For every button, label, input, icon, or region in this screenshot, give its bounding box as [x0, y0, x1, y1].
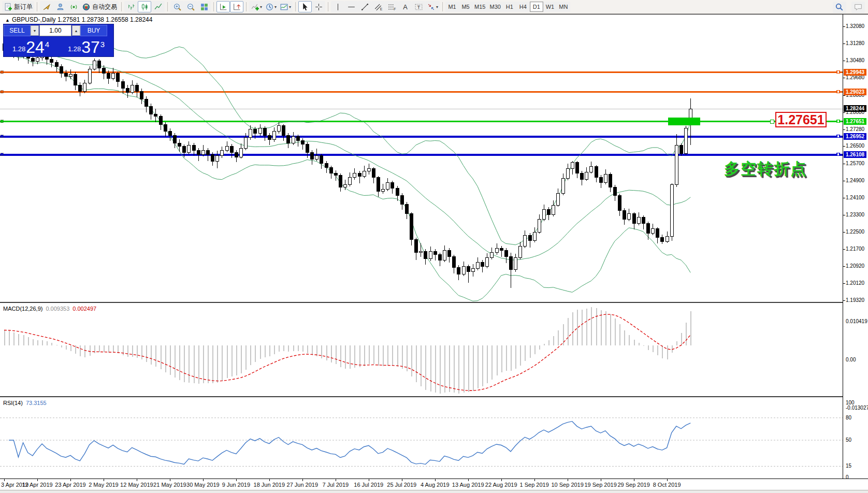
indicators-button[interactable]: ▾: [249, 1, 264, 12]
line-chart-icon: [154, 3, 163, 11]
signal-button[interactable]: [67, 1, 80, 12]
timeframe-w1-button[interactable]: W1: [543, 2, 557, 12]
buy-price-sup: 3: [100, 40, 105, 49]
time-tick: [4, 479, 5, 481]
volume-input[interactable]: [39, 25, 71, 36]
timeframe-m15-button[interactable]: M15: [472, 2, 487, 12]
gold-pointer-icon: [42, 3, 51, 11]
one-click-trading-panel: SELL ▼ ▲ BUY 1.28 24 4 1.28 37 3: [3, 24, 114, 57]
date-label: 19 Sep 2019: [584, 482, 616, 488]
dropdown-caret-icon[interactable]: ▾: [289, 5, 291, 9]
axis-tick: [843, 232, 845, 233]
dropdown-caret-icon[interactable]: ▾: [260, 5, 262, 9]
date-label: 16 Jul 2019: [354, 482, 383, 488]
chart-shift-button[interactable]: [230, 1, 243, 12]
date-label: 12 May 2019: [120, 482, 153, 488]
date-label: 29 Sep 2019: [617, 482, 649, 488]
profile-icon: [56, 3, 65, 11]
profile-button[interactable]: [53, 1, 67, 12]
axis-tick: [843, 283, 845, 284]
dropdown-caret-icon[interactable]: ▾: [274, 5, 277, 9]
time-tick: [336, 479, 336, 481]
new-order-button[interactable]: 新订单: [2, 1, 34, 12]
price-tick-label: 1.32080: [846, 23, 864, 29]
time-tick: [104, 479, 104, 481]
timeframe-m30-button[interactable]: M30: [487, 2, 502, 12]
buy-button[interactable]: BUY: [80, 25, 107, 36]
price-line-label: 1.29023: [844, 89, 866, 95]
candle-chart-button[interactable]: [138, 1, 151, 12]
collapse-triangle-icon[interactable]: ▲: [5, 18, 10, 23]
bar-chart-button[interactable]: [124, 1, 138, 12]
timeframe-d1-button[interactable]: D1: [530, 2, 543, 12]
timeframe-h1-button[interactable]: H1: [503, 2, 516, 12]
date-label: 8 Oct 2019: [653, 482, 681, 488]
text-label-button[interactable]: T: [412, 1, 425, 12]
price-tick-label: 15: [846, 463, 851, 469]
arrows-icon: [427, 3, 436, 11]
price-tick-label: 1.30480: [846, 57, 864, 63]
axis-tick: [843, 112, 845, 113]
zoom-in-button[interactable]: [170, 1, 184, 12]
sell-button[interactable]: SELL: [4, 25, 31, 36]
timeframe-h4-button[interactable]: H4: [516, 2, 530, 12]
date-label: 23 Apr 2019: [55, 482, 85, 488]
crosshair-button[interactable]: [312, 1, 325, 12]
fibonacci-button[interactable]: F: [385, 1, 398, 12]
volume-decrease-button[interactable]: ▼: [31, 25, 39, 36]
vline-button[interactable]: [331, 1, 344, 12]
hline-icon: [347, 3, 356, 11]
volume-increase-button[interactable]: ▲: [72, 25, 80, 36]
price-tick-label: 1.23300: [846, 212, 864, 218]
turning-point-annotation[interactable]: 多空转折点: [724, 158, 807, 180]
panel-separator[interactable]: [0, 302, 868, 303]
timeframe-m5-button[interactable]: M5: [459, 2, 472, 12]
dropdown-caret-icon[interactable]: ▾: [436, 5, 438, 9]
autotrade-icon: [82, 3, 91, 11]
auto-scroll-button[interactable]: [216, 1, 230, 12]
time-tick: [203, 479, 204, 481]
chat-button[interactable]: [851, 2, 865, 13]
auto-scroll-icon: [219, 3, 228, 11]
toolbar-separator: [167, 2, 168, 11]
search-button[interactable]: [833, 2, 846, 13]
timeframe-m1-button[interactable]: M1: [445, 2, 459, 12]
line-chart-button[interactable]: [151, 1, 165, 12]
zoom-out-button[interactable]: [184, 1, 197, 12]
arrows-button[interactable]: ▾: [425, 1, 440, 12]
time-tick: [667, 479, 668, 481]
price-tag-anchor[interactable]: [770, 120, 774, 124]
date-label: 10 Sep 2019: [551, 482, 583, 488]
macd-panel[interactable]: [0, 303, 843, 396]
autotrade-button[interactable]: 自动交易: [80, 1, 119, 12]
gold-pointer-button[interactable]: [40, 1, 53, 12]
svg-text:F: F: [394, 7, 396, 11]
time-axis[interactable]: 3 Apr 201912 Apr 201923 Apr 20192 May 20…: [0, 479, 868, 490]
trendline-button[interactable]: [358, 1, 371, 12]
buy-quote[interactable]: 1.28 37 3: [59, 37, 113, 56]
price-tick-label: 1.24900: [846, 178, 864, 183]
date-label: 18 Jun 2019: [254, 482, 285, 488]
new-order-label: 新订单: [14, 3, 33, 11]
price-tick-label: 1.19320: [846, 297, 864, 303]
hline-button[interactable]: [344, 1, 358, 12]
buy-price-small: 1.28: [68, 45, 81, 53]
toolbar-separator: [295, 2, 296, 11]
sell-quote[interactable]: 1.28 24 4: [4, 37, 58, 56]
price-axis[interactable]: 1.320801.312801.304801.296801.288801.280…: [843, 15, 868, 489]
cursor-button[interactable]: [298, 1, 312, 12]
trendline-icon: [360, 3, 369, 11]
text-button[interactable]: A: [398, 1, 412, 12]
price-tag-annotation[interactable]: 1.27651: [775, 112, 827, 127]
timeframe-mn-button[interactable]: MN: [557, 2, 570, 12]
templates-button[interactable]: ▾: [278, 1, 293, 12]
periods-button[interactable]: ▾: [264, 1, 278, 12]
panel-separator[interactable]: [0, 396, 868, 397]
tile-windows-button[interactable]: [197, 1, 211, 12]
main-chart-panel[interactable]: [0, 15, 843, 302]
date-label: 27 Jun 2019: [287, 482, 319, 488]
rsi-panel[interactable]: [0, 398, 843, 478]
periods-icon: [265, 3, 274, 11]
equidistant-channel-button[interactable]: E: [371, 1, 385, 12]
axis-tick: [843, 300, 845, 301]
